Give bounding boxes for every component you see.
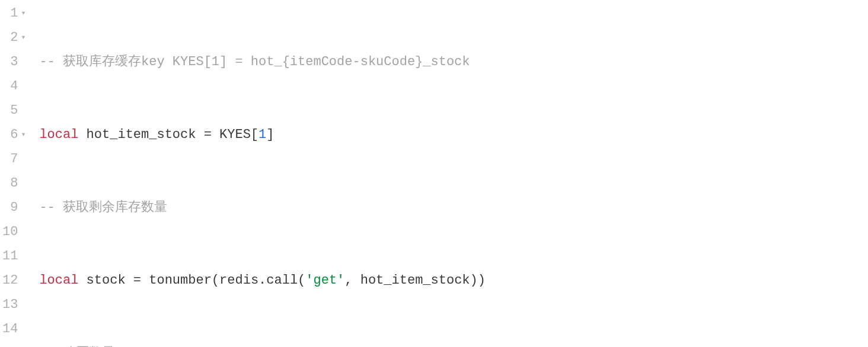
identifier-token: stock: [78, 268, 133, 293]
identifier-token: , hot_item_stock)): [344, 268, 486, 293]
fold-marker-icon[interactable]: ▾: [19, 123, 27, 147]
comment-token: -- 获取剩余库存数量: [39, 195, 167, 220]
code-line: local stock = tonumber(redis.call('get',…: [39, 268, 486, 293]
line-number: 9: [2, 195, 27, 220]
string-token: 'get': [305, 268, 344, 293]
code-editor-content[interactable]: -- 获取库存缓存key KYES[1] = hot_{itemCode-sku…: [32, 0, 486, 347]
bracket-token: ]: [266, 123, 274, 147]
line-number: 1▾: [2, 1, 27, 25]
number-token: 1: [259, 123, 266, 147]
code-line: -- 获取剩余库存数量: [39, 195, 486, 220]
line-number: 10: [2, 220, 27, 244]
code-line: local hot_item_stock = KYES[1]: [39, 123, 486, 147]
comment-token: -- 购买数量: [39, 341, 115, 347]
line-number: 12: [2, 268, 27, 293]
identifier-token: KYES[: [212, 123, 259, 147]
operator-token: =: [133, 268, 141, 293]
identifier-token: hot_item_stock: [78, 123, 203, 147]
line-number: 3: [2, 50, 27, 74]
line-number: 4: [2, 74, 27, 98]
keyword-token: local: [39, 123, 78, 147]
comment-token: -- 获取库存缓存key KYES[1] = hot_{itemCode-sku…: [39, 50, 470, 74]
fold-marker-icon[interactable]: ▾: [19, 25, 27, 50]
function-call-token: tonumber(redis.call(: [141, 268, 305, 293]
line-number: 13: [2, 293, 27, 317]
line-number: 11: [2, 244, 27, 268]
line-number: 6▾: [2, 123, 27, 147]
code-line: -- 购买数量: [39, 341, 486, 347]
line-number: 14: [2, 317, 27, 341]
code-line: -- 获取库存缓存key KYES[1] = hot_{itemCode-sku…: [39, 50, 486, 74]
line-number-gutter: 1▾ 2▾ 3 4 5 6▾ 7 8 9 10 11 12 13 14: [0, 0, 32, 347]
line-number: 2▾: [2, 25, 27, 50]
line-number: 5: [2, 98, 27, 123]
line-number: 8: [2, 171, 27, 195]
fold-marker-icon[interactable]: ▾: [19, 1, 27, 25]
keyword-token: local: [39, 268, 78, 293]
line-number: 7: [2, 147, 27, 171]
operator-token: =: [204, 123, 212, 147]
